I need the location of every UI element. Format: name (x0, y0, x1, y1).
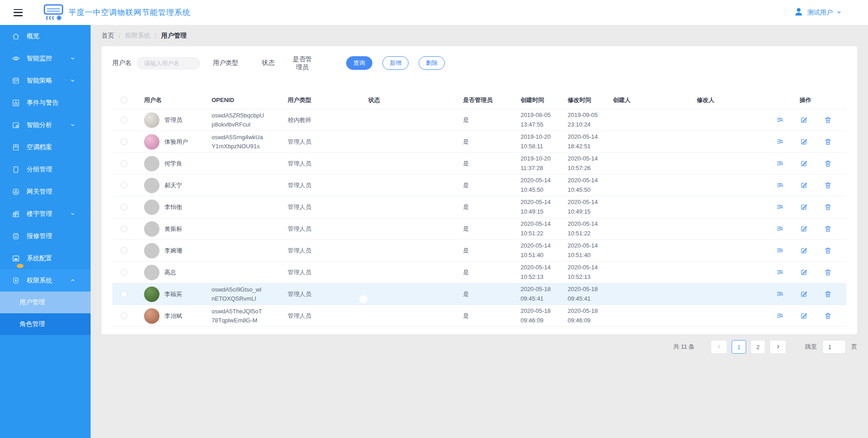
username-filter-label: 用户名 (112, 59, 131, 67)
delete-icon[interactable] (824, 116, 832, 124)
delete-icon[interactable] (824, 181, 832, 189)
avatar (144, 112, 159, 128)
user-name-cell: 郝天宁 (164, 181, 182, 190)
is-admin-filter-label[interactable]: 是否管理员 (291, 55, 313, 71)
row-select-radio[interactable] (121, 291, 127, 297)
sidebar-item-group[interactable]: 分组管理 (0, 158, 91, 180)
prev-page-button[interactable] (711, 340, 727, 354)
user-name-cell: 管理员 (164, 116, 182, 124)
view-details-icon[interactable] (776, 160, 784, 167)
row-select-radio[interactable] (121, 182, 127, 189)
row-select-radio[interactable] (121, 269, 127, 276)
hamburger-menu-icon[interactable] (14, 9, 23, 16)
page-button-1[interactable]: 1 (732, 340, 746, 354)
view-details-icon[interactable] (776, 268, 784, 276)
table-row: 李福宾 oswdA5ci9Gtso_wlnETOXQSRvmLI 管理人员 是 … (112, 283, 846, 305)
modified-time-cell: 2020-05-1418:42:51 (568, 132, 613, 151)
modified-time-cell: 2020-05-1809:46:09 (568, 307, 613, 325)
sidebar-item-label: 智能策略 (27, 77, 52, 85)
delete-button[interactable]: 删除 (419, 56, 445, 70)
row-select-radio[interactable] (121, 160, 127, 167)
user-menu[interactable]: 测试用户 (794, 7, 842, 19)
edit-icon[interactable] (800, 138, 808, 146)
delete-icon[interactable] (824, 247, 832, 254)
select-all-radio[interactable] (121, 97, 127, 103)
sidebar-item-label: 智能监控 (27, 54, 52, 63)
is-admin-cell: 是 (446, 290, 521, 298)
sidebar-item-repair[interactable]: 报修管理 (0, 225, 91, 247)
query-button[interactable]: 查询 (346, 56, 372, 70)
delete-icon[interactable] (824, 203, 832, 211)
row-select-radio[interactable] (121, 204, 127, 210)
sidebar-item-home[interactable]: 概览 (0, 25, 91, 47)
page-button-2[interactable]: 2 (751, 340, 765, 354)
sidebar-item-alert[interactable]: 事件与警告 (0, 92, 91, 114)
edit-icon[interactable] (800, 203, 808, 211)
add-button[interactable]: 新增 (382, 56, 409, 70)
sidebar-item-label: 概览 (27, 32, 39, 40)
sidebar-item-system[interactable]: 系统配置 (0, 247, 91, 269)
sidebar-item-label: 网关管理 (27, 188, 52, 196)
sidebar-subitem-1[interactable]: 角色管理 (0, 313, 91, 335)
sidebar-item-building[interactable]: 楼宇管理 (0, 203, 91, 225)
view-details-icon[interactable] (776, 203, 784, 211)
gateway-icon (12, 188, 20, 196)
delete-icon[interactable] (824, 160, 832, 167)
avatar (144, 178, 159, 193)
view-details-icon[interactable] (776, 225, 784, 233)
delete-icon[interactable] (824, 312, 832, 320)
is-admin-cell: 是 (446, 312, 521, 320)
edit-icon[interactable] (800, 160, 808, 167)
delete-icon[interactable] (824, 225, 832, 233)
sidebar-item-analysis[interactable]: 智能分析 (0, 114, 91, 136)
sidebar-subitem-0[interactable]: 用户管理 (0, 292, 91, 313)
view-details-icon[interactable] (776, 138, 784, 146)
sidebar-item-archive[interactable]: 空调档案 (0, 136, 91, 158)
sidebar-item-shield[interactable]: 权限系统 (0, 269, 91, 292)
row-select-radio[interactable] (121, 117, 127, 123)
view-details-icon[interactable] (776, 247, 784, 254)
sidebar-item-gateway[interactable]: 网关管理 (0, 180, 91, 203)
row-select-radio[interactable] (121, 138, 127, 145)
breadcrumb-home[interactable]: 首页 (101, 32, 114, 40)
row-select-radio[interactable] (121, 225, 127, 232)
next-page-button[interactable] (770, 340, 786, 354)
edit-icon[interactable] (800, 181, 808, 189)
delete-icon[interactable] (824, 290, 832, 298)
sidebar-item-eye[interactable]: 智能监控 (0, 47, 91, 69)
edit-icon[interactable] (800, 116, 808, 124)
user-name: 测试用户 (807, 9, 833, 17)
view-details-icon[interactable] (776, 312, 784, 320)
air-conditioner-logo-icon (43, 4, 64, 21)
analysis-icon (12, 121, 20, 129)
column-header: 用户名 (135, 96, 203, 104)
row-select-radio[interactable] (121, 247, 127, 254)
table-row: 郝天宁 管理人员 是 2020-05-1410:45:50 2020-05-14… (112, 175, 846, 196)
chevron-down-icon (70, 78, 75, 83)
status-filter-label[interactable]: 状态 (262, 59, 275, 67)
edit-icon[interactable] (800, 290, 808, 298)
table-row: 管理员 oswdA5ZR5bqcbpUp8okvlbvRFcuI 校内教师 是 … (112, 109, 846, 131)
delete-icon[interactable] (824, 268, 832, 276)
username-filter-input[interactable] (137, 57, 200, 69)
page-title: 平度一中空调物联网节能管理系统 (68, 7, 191, 18)
column-header: 修改人 (697, 96, 774, 104)
edit-icon[interactable] (800, 268, 808, 276)
edit-icon[interactable] (800, 312, 808, 320)
delete-icon[interactable] (824, 138, 832, 146)
user-management-card: 用户名 用户类型 状态 是否管理员 查询 新增 删除 用户名OPENID用户类型… (101, 46, 857, 334)
row-select-radio[interactable] (121, 312, 127, 319)
user-type-filter-label[interactable]: 用户类型 (213, 59, 238, 67)
modified-time-cell: 2020-05-1410:51:40 (568, 241, 613, 259)
chevron-down-icon (836, 9, 842, 17)
view-details-icon[interactable] (776, 290, 784, 298)
view-details-icon[interactable] (776, 116, 784, 124)
user-avatar-icon (794, 7, 804, 19)
user-type-cell: 管理人员 (278, 290, 357, 298)
jump-to-input[interactable] (822, 340, 846, 354)
view-details-icon[interactable] (776, 181, 784, 189)
sidebar-item-strategy[interactable]: 智能策略 (0, 69, 91, 92)
edit-icon[interactable] (800, 225, 808, 233)
edit-icon[interactable] (800, 247, 808, 254)
group-icon (12, 165, 20, 174)
